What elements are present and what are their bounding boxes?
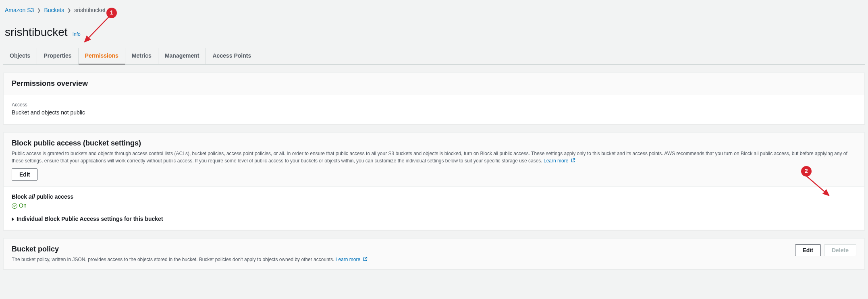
breadcrumb: Amazon S3 ❯ Buckets ❯ srishtibucket bbox=[0, 4, 868, 17]
access-label: Access bbox=[12, 102, 856, 108]
tab-management[interactable]: Management bbox=[158, 48, 206, 64]
tab-access-points[interactable]: Access Points bbox=[206, 48, 257, 64]
delete-bucket-policy-button[interactable]: Delete bbox=[824, 244, 856, 256]
tab-objects[interactable]: Objects bbox=[3, 48, 37, 64]
access-value: Bucket and objects not public bbox=[12, 109, 85, 117]
tabs: Objects Properties Permissions Metrics M… bbox=[3, 48, 865, 65]
block-all-status: On bbox=[12, 202, 27, 210]
tab-permissions[interactable]: Permissions bbox=[79, 48, 125, 65]
block-public-desc: Public access is granted to buckets and … bbox=[12, 150, 856, 164]
block-public-title: Block public access (bucket settings) bbox=[12, 138, 856, 148]
page-title: srishtibucket bbox=[5, 24, 68, 40]
breadcrumb-current: srishtibucket bbox=[74, 6, 106, 15]
learn-more-link[interactable]: Learn more bbox=[544, 158, 575, 164]
tab-metrics[interactable]: Metrics bbox=[125, 48, 158, 64]
external-link-icon bbox=[363, 256, 368, 261]
info-link[interactable]: Info bbox=[73, 31, 81, 38]
edit-bucket-policy-button[interactable]: Edit bbox=[795, 244, 821, 256]
bucket-policy-title: Bucket policy bbox=[12, 244, 789, 254]
expand-individual-settings[interactable]: Individual Block Public Access settings … bbox=[12, 215, 856, 223]
breadcrumb-root[interactable]: Amazon S3 bbox=[5, 6, 34, 15]
check-circle-icon bbox=[12, 203, 17, 209]
chevron-right-icon: ❯ bbox=[37, 7, 41, 13]
page-title-row: srishtibucket Info bbox=[0, 17, 868, 44]
block-public-access-panel: Block public access (bucket settings) Pu… bbox=[3, 132, 865, 230]
permissions-overview-panel: Permissions overview Access Bucket and o… bbox=[3, 73, 865, 124]
edit-block-public-button[interactable]: Edit bbox=[12, 168, 37, 181]
bucket-policy-desc: The bucket policy, written in JSON, prov… bbox=[12, 256, 789, 263]
external-link-icon bbox=[571, 158, 575, 162]
caret-right-icon bbox=[12, 217, 14, 221]
breadcrumb-buckets[interactable]: Buckets bbox=[44, 6, 64, 15]
learn-more-link[interactable]: Learn more bbox=[336, 257, 368, 262]
bucket-policy-panel: Bucket policy The bucket policy, written… bbox=[3, 238, 865, 270]
block-all-label: Block all public access bbox=[12, 193, 856, 201]
tab-properties[interactable]: Properties bbox=[37, 48, 78, 64]
chevron-right-icon: ❯ bbox=[67, 7, 71, 13]
permissions-overview-title: Permissions overview bbox=[12, 79, 856, 89]
